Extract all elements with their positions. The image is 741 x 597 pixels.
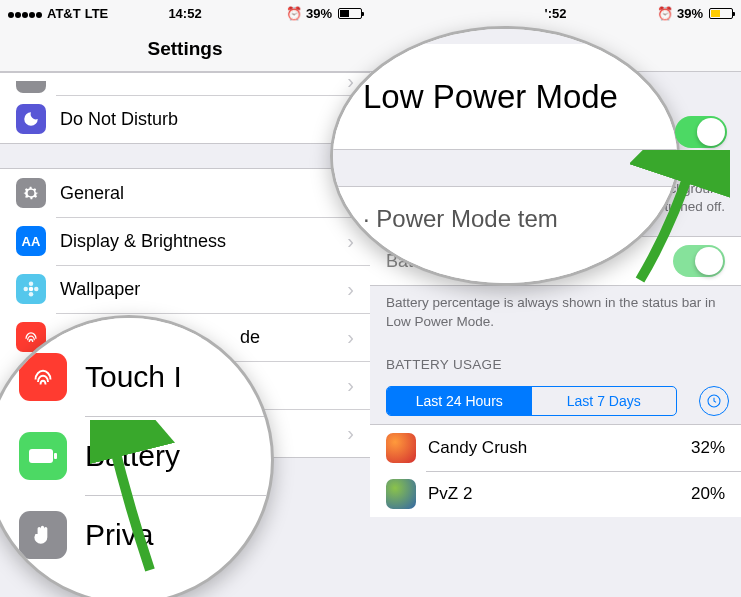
magnifier-low-power: Low Power Mode · Power Mode tem <box>330 26 680 286</box>
alarm-icon: ⏰ <box>657 6 673 21</box>
app-pct: 20% <box>691 484 725 504</box>
signal-dots-icon <box>8 6 43 21</box>
battery-icon <box>338 8 362 19</box>
usage-header: BATTERY USAGE <box>370 339 741 378</box>
battery-pct-label: 39% <box>306 6 332 21</box>
clock-button[interactable] <box>699 386 729 416</box>
low-power-toggle-wrap <box>675 116 727 148</box>
battery-pct-desc: Battery percentage is always shown in th… <box>370 286 741 338</box>
status-bar: AT&T LTE 14:52 ⏰ 39% <box>0 0 370 26</box>
chevron-right-icon: › <box>347 230 354 253</box>
battery-pct-label: 39% <box>677 6 703 21</box>
svg-point-2 <box>29 292 34 297</box>
seg-7d[interactable]: Last 7 Days <box>532 387 677 415</box>
battery-icon-yellow <box>709 8 733 19</box>
carrier-label: AT&T <box>47 6 81 21</box>
cell-general[interactable]: General › <box>0 169 370 217</box>
svg-rect-6 <box>29 449 53 463</box>
cell-wallpaper[interactable]: Wallpaper › <box>0 265 370 313</box>
app-name: PvZ 2 <box>428 484 691 504</box>
cell-label: Do Not Disturb <box>60 109 341 130</box>
network-label: LTE <box>85 6 109 21</box>
chevron-right-icon: › <box>347 374 354 397</box>
chevron-right-icon: › <box>347 422 354 445</box>
hand-icon <box>19 511 67 559</box>
page-title: Settings <box>148 38 223 60</box>
svg-point-4 <box>34 287 39 292</box>
svg-point-3 <box>24 287 29 292</box>
arrow-pointer-icon <box>90 420 180 580</box>
cell-label: General <box>60 183 341 204</box>
cell-control-center-partial[interactable]: › <box>0 73 370 95</box>
nav-bar: Settings <box>0 26 370 72</box>
touchid-icon <box>19 353 67 401</box>
aa-icon: AA <box>16 226 46 256</box>
gear-icon <box>16 178 46 208</box>
seg-24h[interactable]: Last 24 Hours <box>387 387 532 415</box>
moon-icon <box>16 104 46 134</box>
cell-display-brightness[interactable]: AA Display & Brightness › <box>0 217 370 265</box>
low-power-toggle[interactable] <box>675 116 727 148</box>
zoom-label: Low Power Mode <box>363 78 618 116</box>
chevron-right-icon: › <box>347 326 354 349</box>
zoom-label: Touch I <box>85 360 182 394</box>
usage-row[interactable]: Candy Crush 32% <box>370 425 741 471</box>
app-icon-pvz2 <box>386 479 416 509</box>
svg-point-1 <box>29 282 34 287</box>
chevron-right-icon: › <box>347 278 354 301</box>
svg-point-0 <box>29 287 34 292</box>
arrow-pointer-icon <box>630 150 730 290</box>
battery-row-icon <box>19 432 67 480</box>
usage-row[interactable]: PvZ 2 20% <box>370 471 741 517</box>
status-bar-2: ':52 ⏰ 39% <box>370 0 741 26</box>
usage-segmented[interactable]: Last 24 Hours Last 7 Days <box>386 386 677 416</box>
flower-icon <box>16 274 46 304</box>
app-icon-candy-crush <box>386 433 416 463</box>
cell-do-not-disturb[interactable]: Do Not Disturb › <box>0 95 370 143</box>
alarm-icon: ⏰ <box>286 6 302 21</box>
slider-icon <box>16 81 46 93</box>
app-pct: 32% <box>691 438 725 458</box>
app-name: Candy Crush <box>428 438 691 458</box>
svg-rect-7 <box>54 453 57 459</box>
cell-label: Display & Brightness <box>60 231 341 252</box>
cell-label: Wallpaper <box>60 279 341 300</box>
